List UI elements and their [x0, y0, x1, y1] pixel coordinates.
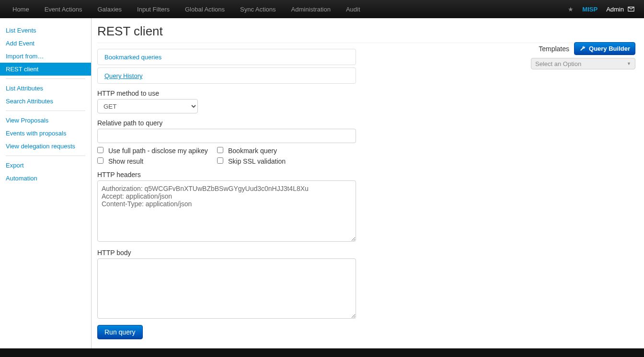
sidebar-item-import-from-[interactable]: Import from…: [0, 50, 91, 63]
template-select[interactable]: Select an Option ▼: [531, 58, 635, 69]
skip-ssl-checkbox[interactable]: [217, 157, 223, 164]
rest-form: HTTP method to use GET Relative path to …: [97, 89, 356, 339]
sidebar-item-search-attributes[interactable]: Search Attributes: [0, 95, 91, 108]
sidebar-link[interactable]: List Attributes: [6, 85, 43, 92]
sidebar: List EventsAdd EventImport from…REST cli…: [0, 18, 91, 348]
templates-panel: Templates Query Builder Select an Option…: [520, 42, 635, 69]
sidebar-link[interactable]: View Proposals: [6, 117, 48, 124]
bookmark-text: Bookmark query: [228, 147, 277, 155]
nav-input-filters[interactable]: Input Filters: [129, 1, 177, 18]
sidebar-link[interactable]: List Events: [6, 27, 36, 34]
sidebar-link[interactable]: View delegation requests: [6, 143, 75, 150]
nav-sync-actions[interactable]: Sync Actions: [232, 1, 283, 18]
sidebar-link[interactable]: Search Attributes: [6, 98, 53, 105]
query-builder-label: Query Builder: [589, 45, 630, 52]
query-history-panel[interactable]: Query History: [97, 67, 356, 84]
user-label: Admin: [606, 6, 624, 13]
nav-right: ★ MISP Admin: [568, 6, 639, 13]
query-history-link[interactable]: Query History: [104, 72, 142, 79]
full-path-text: Use full path - disclose my apikey: [108, 147, 208, 155]
sidebar-divider: [6, 156, 85, 156]
http-headers-label: HTTP headers: [97, 171, 356, 178]
sidebar-item-export[interactable]: Export: [0, 159, 91, 172]
sidebar-item-list-events[interactable]: List Events: [0, 24, 91, 37]
nav-administration[interactable]: Administration: [284, 1, 338, 18]
bookmark-checkbox[interactable]: [217, 147, 223, 153]
sidebar-link[interactable]: Import from…: [6, 53, 44, 60]
main-content: REST client Templates Query Builder Sele…: [92, 18, 644, 348]
sidebar-link[interactable]: REST client: [6, 66, 38, 73]
sidebar-link[interactable]: Events with proposals: [6, 130, 66, 137]
show-result-text: Show result: [108, 157, 143, 165]
http-method-label: HTTP method to use: [97, 89, 356, 97]
wrench-icon: [579, 45, 586, 52]
skip-ssl-checkbox-label[interactable]: Skip SSL validation: [217, 157, 337, 165]
sidebar-divider: [6, 111, 85, 111]
bookmarked-queries-panel[interactable]: Bookmarked queries: [97, 49, 356, 65]
chevron-down-icon: ▼: [627, 61, 631, 66]
full-path-checkbox[interactable]: [97, 147, 104, 153]
http-body-textarea[interactable]: [97, 258, 356, 319]
query-builder-button[interactable]: Query Builder: [574, 42, 635, 55]
star-icon[interactable]: ★: [568, 6, 574, 13]
sidebar-item-list-attributes[interactable]: List Attributes: [0, 82, 91, 95]
nav-audit[interactable]: Audit: [338, 1, 368, 18]
nav-global-actions[interactable]: Global Actions: [177, 1, 232, 18]
sidebar-link[interactable]: Export: [6, 162, 24, 169]
show-result-checkbox-label[interactable]: Show result: [97, 157, 217, 165]
sidebar-item-automation[interactable]: Automation: [0, 172, 91, 185]
nav-left: Home Event Actions Galaxies Input Filter…: [5, 1, 368, 18]
nav-galaxies[interactable]: Galaxies: [90, 1, 129, 18]
sidebar-item-view-delegation-requests[interactable]: View delegation requests: [0, 140, 91, 153]
user-menu[interactable]: Admin: [606, 6, 634, 13]
show-result-checkbox[interactable]: [97, 157, 104, 164]
sidebar-item-events-with-proposals[interactable]: Events with proposals: [0, 127, 91, 140]
http-headers-textarea[interactable]: [97, 180, 356, 242]
bookmarked-queries-link[interactable]: Bookmarked queries: [104, 54, 161, 61]
run-query-button[interactable]: Run query: [97, 325, 143, 339]
full-path-checkbox-label[interactable]: Use full path - disclose my apikey: [97, 147, 217, 155]
footer-bar: [0, 348, 644, 357]
sidebar-divider: [6, 78, 85, 79]
bookmark-checkbox-label[interactable]: Bookmark query: [217, 147, 337, 155]
template-select-placeholder: Select an Option: [535, 60, 581, 67]
http-method-select[interactable]: GET: [97, 99, 198, 113]
http-body-label: HTTP body: [97, 249, 356, 257]
top-navbar: Home Event Actions Galaxies Input Filter…: [0, 0, 644, 18]
sidebar-link[interactable]: Add Event: [6, 40, 34, 47]
page-title: REST client: [97, 24, 635, 39]
relative-path-input[interactable]: [97, 129, 356, 143]
templates-label: Templates: [539, 45, 569, 53]
sidebar-item-view-proposals[interactable]: View Proposals: [0, 114, 91, 127]
sidebar-item-rest-client[interactable]: REST client: [0, 63, 91, 76]
sidebar-item-add-event[interactable]: Add Event: [0, 37, 91, 50]
sidebar-link[interactable]: Automation: [6, 175, 37, 182]
nav-event-actions[interactable]: Event Actions: [37, 1, 90, 18]
skip-ssl-text: Skip SSL validation: [228, 157, 286, 165]
envelope-icon: [628, 6, 634, 12]
brand-link[interactable]: MISP: [582, 6, 598, 13]
relative-path-label: Relative path to query: [97, 119, 356, 127]
nav-home[interactable]: Home: [5, 1, 37, 18]
